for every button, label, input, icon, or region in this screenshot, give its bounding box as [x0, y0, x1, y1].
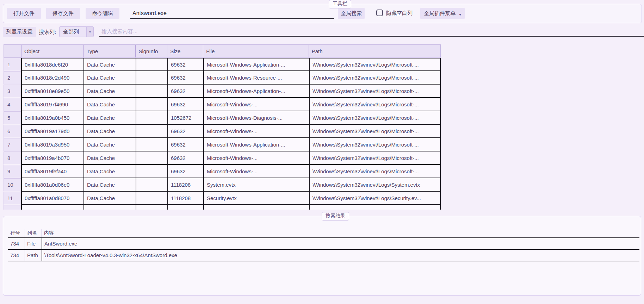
object-cell[interactable]: 0xfffffa8019a0b450: [21, 111, 83, 125]
type-cell[interactable]: Data,Cache: [83, 165, 136, 178]
path-cell[interactable]: \Windows\System32\winevt\Logs\Microsoft-…: [309, 98, 441, 111]
file-cell[interactable]: Security.evtx: [203, 192, 309, 205]
results-header-content[interactable]: 内容: [42, 229, 639, 237]
table-row[interactable]: 30xfffffa8018e89e50Data,Cache69632Micros…: [4, 85, 441, 98]
header-path[interactable]: Path: [309, 45, 440, 57]
object-cell[interactable]: 0xfffffa8019fefa40: [21, 165, 83, 178]
object-cell[interactable]: 0xfffffa801a0d06e0: [21, 178, 83, 192]
row-number-cell[interactable]: 1: [4, 58, 21, 71]
file-cell[interactable]: Microsoft-Windows-Resource-...: [203, 71, 309, 85]
type-cell[interactable]: Data,Cache: [83, 85, 136, 98]
row-number-cell[interactable]: 10: [4, 178, 21, 192]
result-column-cell[interactable]: File: [25, 238, 42, 249]
size-cell[interactable]: 69632: [167, 85, 203, 98]
type-cell[interactable]: Data,Cache: [83, 151, 136, 165]
global-plugin-menu-button[interactable]: 全局插件菜单 ▾: [420, 8, 465, 19]
header-file[interactable]: File: [203, 45, 309, 57]
table-row[interactable]: 100xfffffa801a0d06e0Data,Cache1118208Sys…: [4, 178, 441, 192]
signinfo-cell[interactable]: [136, 205, 167, 210]
path-cell[interactable]: \Windows\System32\winevt\Logs\Microsoft-…: [309, 151, 441, 165]
type-cell[interactable]: Data,Cache: [83, 125, 136, 138]
table-row[interactable]: 80xfffffa8019a4b070Data,Cache69632Micros…: [4, 151, 441, 165]
row-number-cell[interactable]: 3: [4, 85, 21, 98]
object-cell[interactable]: 0xfffffa8018e89e50: [21, 85, 83, 98]
object-cell[interactable]: 0xfffffa80197f4690: [21, 98, 83, 111]
file-cell[interactable]: System.evtx: [203, 178, 309, 192]
signinfo-cell[interactable]: [136, 178, 167, 192]
file-cell[interactable]: Microsoft-Windows-Application-...: [203, 58, 309, 71]
path-cell[interactable]: \Windows\System32\winevt\Logs\Microsoft-…: [309, 165, 441, 178]
column-display-settings-button[interactable]: 列显示设置: [3, 27, 36, 37]
open-file-button[interactable]: 打开文件: [7, 8, 41, 19]
result-column-cell[interactable]: Path: [25, 250, 42, 261]
path-cell[interactable]: \Windows\System32\winevt\Logs\Applicatio…: [309, 205, 441, 210]
header-type[interactable]: Type: [84, 45, 136, 57]
type-cell[interactable]: Data,Cache: [83, 98, 136, 111]
path-cell[interactable]: \Windows\System32\winevt\Logs\System.evt…: [309, 178, 441, 192]
size-cell[interactable]: 69632: [167, 58, 203, 71]
table-row[interactable]: 20xfffffa8018e2d490Data,Cache69632Micros…: [4, 71, 441, 85]
table-row[interactable]: 70xfffffa8019a3d950Data,Cache69632Micros…: [4, 138, 441, 151]
file-cell[interactable]: Microsoft-Windows-...: [203, 151, 309, 165]
file-cell[interactable]: Microsoft-Windows-Application-...: [203, 138, 309, 151]
type-cell[interactable]: Data,Cache: [83, 178, 136, 192]
row-number-cell[interactable]: 7: [4, 138, 21, 151]
signinfo-cell[interactable]: [136, 111, 167, 125]
row-number-cell[interactable]: 8: [4, 151, 21, 165]
file-cell[interactable]: Microsoft-Windows-Application-...: [203, 85, 309, 98]
hide-empty-columns-checkbox[interactable]: [376, 10, 383, 16]
results-header-column[interactable]: 列名: [25, 229, 42, 237]
row-number-cell[interactable]: 2: [4, 71, 21, 85]
table-row[interactable]: 40xfffffa80197f4690Data,Cache69632Micros…: [4, 98, 441, 111]
result-content-cell[interactable]: AntSword.exe: [42, 238, 639, 249]
table-row[interactable]: 50xfffffa8019a0b450Data,Cache1052672Micr…: [4, 111, 441, 125]
size-cell[interactable]: 1118208: [167, 192, 203, 205]
size-cell[interactable]: 1118208: [167, 178, 203, 192]
save-file-button[interactable]: 保存文件: [46, 8, 80, 19]
size-cell[interactable]: 69632: [167, 151, 203, 165]
row-number-cell[interactable]: 9: [4, 165, 21, 178]
path-cell[interactable]: \Windows\System32\winevt\Logs\Microsoft-…: [309, 85, 441, 98]
signinfo-cell[interactable]: [136, 71, 167, 85]
size-cell[interactable]: 69632: [167, 71, 203, 85]
signinfo-cell[interactable]: [136, 125, 167, 138]
object-cell[interactable]: 0xfffffa8019a3d950: [21, 138, 83, 151]
filter-search-input[interactable]: [99, 26, 644, 37]
size-cell[interactable]: 1118208: [167, 205, 203, 210]
result-row[interactable]: 734Path\Tools\AntSword-Loader-v4.0.3-win…: [8, 250, 639, 261]
command-edit-button[interactable]: 命令编辑: [86, 8, 119, 19]
signinfo-cell[interactable]: [136, 165, 167, 178]
object-cell[interactable]: 0xfffffa8019a179d0: [21, 125, 83, 138]
signinfo-cell[interactable]: [136, 85, 167, 98]
result-row[interactable]: 734FileAntSword.exe: [8, 238, 639, 250]
result-line-cell[interactable]: 734: [8, 238, 25, 249]
global-search-button[interactable]: 全局搜索: [338, 8, 365, 19]
size-cell[interactable]: 69632: [167, 125, 203, 138]
type-cell[interactable]: Data,Cache: [83, 192, 136, 205]
result-content-cell[interactable]: \Tools\AntSword-Loader-v4.0.3-win32-x64\…: [42, 250, 639, 261]
object-cell[interactable]: 0xfffffa801a0d8070: [21, 192, 83, 205]
file-cell[interactable]: Microsoft-Windows-...: [203, 98, 309, 111]
path-cell[interactable]: \Windows\System32\winevt\Logs\Microsoft-…: [309, 138, 441, 151]
signinfo-cell[interactable]: [136, 58, 167, 71]
results-header-line[interactable]: 行号: [8, 229, 25, 237]
file-cell[interactable]: Microsoft-Windows-...: [203, 125, 309, 138]
row-number-cell[interactable]: 11: [4, 192, 21, 205]
file-cell[interactable]: Microsoft-Windows-...: [203, 165, 309, 178]
object-cell[interactable]: 0xfffffa8019a4b070: [21, 151, 83, 165]
header-rownum[interactable]: [4, 45, 21, 57]
object-cell[interactable]: 0xfffffa8018de6f20: [21, 58, 83, 71]
signinfo-cell[interactable]: [136, 192, 167, 205]
header-object[interactable]: Object: [21, 45, 84, 57]
path-cell[interactable]: \Windows\System32\winevt\Logs\Security.e…: [309, 192, 441, 205]
object-cell[interactable]: 0xfffffa801a0db070: [21, 205, 83, 210]
size-cell[interactable]: 69632: [167, 138, 203, 151]
header-size[interactable]: Size: [167, 45, 203, 57]
table-row[interactable]: 10xfffffa8018de6f20Data,Cache69632Micros…: [4, 58, 441, 71]
file-cell[interactable]: Microsoft-Windows-Diagnosis-...: [203, 111, 309, 125]
signinfo-cell[interactable]: [136, 98, 167, 111]
path-cell[interactable]: \Windows\System32\winevt\Logs\Microsoft-…: [309, 58, 441, 71]
type-cell[interactable]: Data,Cache: [83, 205, 136, 210]
table-row[interactable]: 60xfffffa8019a179d0Data,Cache69632Micros…: [4, 125, 441, 138]
type-cell[interactable]: Data,Cache: [83, 138, 136, 151]
